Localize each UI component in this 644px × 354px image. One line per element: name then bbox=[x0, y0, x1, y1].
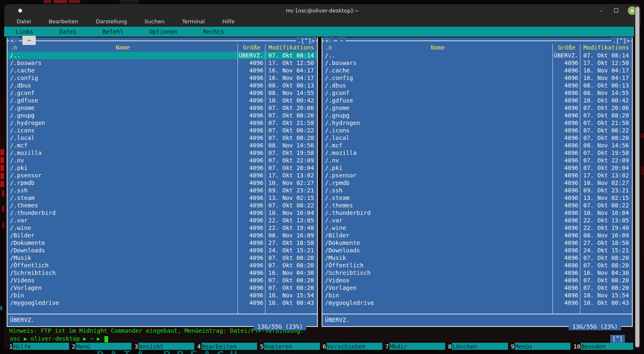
terminal-content[interactable]: LinksDateiBefehlOptionenRechts <- ~ .[^]… bbox=[4, 27, 641, 349]
mc-menu-datei[interactable]: Datei bbox=[59, 28, 77, 35]
file-row[interactable]: /mygoogledrive409610. Okt 00:43 bbox=[322, 299, 632, 307]
fnkey-menüs[interactable]: 9Menüs bbox=[511, 343, 571, 350]
file-row[interactable]: /.mozilla409607. Okt 19:58 bbox=[322, 149, 632, 157]
fnkey-menü[interactable]: 2Menü bbox=[72, 343, 132, 350]
right-panel-column-headers[interactable]: .nName Größe Modifikations bbox=[322, 44, 632, 52]
file-row[interactable]: /.hydrogen409607. Okt 21:58 bbox=[322, 119, 632, 127]
file-row[interactable]: /.var409622. Okt 13:05 bbox=[7, 217, 317, 224]
minimize-button[interactable]: – bbox=[598, 7, 604, 14]
file-row[interactable]: /.gnupg409607. Okt 08:20 bbox=[322, 112, 632, 119]
file-row[interactable]: /.rpmdb409610. Nov 02:27 bbox=[322, 179, 632, 187]
file-row[interactable]: /Downloads409624. Okt 15:21 bbox=[7, 247, 317, 254]
file-row[interactable]: /.gnupg409607. Okt 08:20 bbox=[7, 112, 317, 119]
file-row[interactable]: /Videos409607. Okt 08:20 bbox=[322, 277, 632, 284]
column-name[interactable]: Name bbox=[431, 44, 445, 51]
fnkey-bearbeiten[interactable]: 4Bearbeiten bbox=[197, 343, 257, 350]
column-mtime[interactable]: Modifikations bbox=[265, 44, 317, 52]
file-row[interactable]: /.hydrogen409607. Okt 21:58 bbox=[7, 119, 317, 127]
file-row[interactable]: /.gdfuse409610. Okt 00:42 bbox=[322, 97, 632, 104]
file-row[interactable]: /Vorlagen409607. Okt 08:20 bbox=[7, 284, 317, 292]
file-row[interactable]: /.wine409622. Okt 19:40 bbox=[322, 224, 632, 232]
file-row[interactable]: /.boswars409617. Okt 12:50 bbox=[322, 59, 632, 67]
file-row[interactable]: /.cache409616. Nov 04:17 bbox=[322, 67, 632, 74]
fnkey-löschen[interactable]: 8Löschen bbox=[448, 343, 508, 350]
panel-history-back-icon[interactable]: <- bbox=[324, 37, 334, 45]
file-row[interactable]: /Musik409607. Okt 08:20 bbox=[7, 254, 317, 262]
file-row[interactable]: /.local409607. Okt 08:20 bbox=[322, 134, 632, 142]
file-row[interactable]: /.psensor409617. Okt 13:02 bbox=[322, 172, 632, 179]
left-panel-column-headers[interactable]: .nName Größe Modifikations bbox=[7, 44, 317, 52]
file-row[interactable]: /..ÜBERVZ.07. Okt 08:14 bbox=[322, 52, 632, 59]
file-row[interactable]: /.themes409607. Okt 08:22 bbox=[322, 202, 632, 209]
file-row[interactable]: /Vorlagen409607. Okt 08:20 bbox=[322, 284, 632, 292]
left-panel-path-tab[interactable]: ~ bbox=[22, 36, 36, 45]
titlebar[interactable]: mc [osc@oliver-desktop]:~ – × bbox=[4, 4, 641, 17]
mc-menu-links[interactable]: Links bbox=[16, 28, 33, 35]
panel-corner-controls[interactable]: .[^]> bbox=[296, 37, 316, 45]
terminal-menu-suchen[interactable]: Suchen bbox=[144, 18, 164, 25]
panel-history-back-icon[interactable]: <- bbox=[9, 37, 19, 45]
right-panel-path-tab[interactable]: ~ bbox=[337, 37, 346, 45]
file-row[interactable]: /.steam409613. Nov 02:15 bbox=[7, 194, 317, 202]
file-row[interactable]: /.config409616. Nov 04:17 bbox=[322, 74, 632, 82]
mc-menu-befehl[interactable]: Befehl bbox=[102, 28, 124, 35]
fnkey-verschieben[interactable]: 6Verschieben bbox=[323, 343, 383, 350]
file-row[interactable]: /.thunderbird409610. Nov 16:04 bbox=[7, 209, 317, 217]
file-row[interactable]: /.gconf409608. Nov 14:55 bbox=[322, 89, 632, 97]
panel-toggle-indicator[interactable]: [^] bbox=[610, 335, 625, 343]
terminal-menu-hilfe[interactable]: Hilfe bbox=[222, 18, 235, 25]
mc-menu-rechts[interactable]: Rechts bbox=[203, 28, 224, 35]
command-line[interactable]: osc▶oliver-desktop▶~▶ [^] bbox=[4, 335, 634, 343]
file-row[interactable]: /.ssh409609. Okt 23:21 bbox=[7, 187, 317, 194]
file-row[interactable]: /.themes409607. Okt 08:22 bbox=[7, 202, 317, 209]
file-row[interactable]: /.icons409607. Okt 08:22 bbox=[322, 127, 632, 134]
terminal-menu-datei[interactable]: Datei bbox=[17, 18, 31, 25]
file-row[interactable]: /bin409610. Nov 15:54 bbox=[322, 292, 632, 299]
fnkey-mkdir[interactable]: 7Mkdir bbox=[385, 343, 445, 350]
file-row[interactable]: /.config409616. Nov 04:17 bbox=[7, 74, 317, 82]
file-row[interactable]: /.wine409622. Okt 19:40 bbox=[7, 224, 317, 232]
column-name[interactable]: Name bbox=[116, 44, 130, 51]
fnkey-ansicht[interactable]: 3Ansicht bbox=[134, 343, 194, 350]
file-row[interactable]: /Downloads409624. Okt 15:21 bbox=[322, 247, 632, 254]
fnkey-kopieren[interactable]: 5Kopieren bbox=[260, 343, 320, 350]
column-mtime[interactable]: Modifikations bbox=[580, 44, 632, 52]
file-row[interactable]: /mygoogledrive409610. Okt 00:43 bbox=[7, 299, 317, 307]
column-size[interactable]: Größe bbox=[238, 44, 265, 52]
file-row[interactable]: /bin409610. Nov 15:54 bbox=[7, 292, 317, 299]
file-row[interactable]: /Öffentlich409607. Okt 08:20 bbox=[322, 262, 632, 269]
file-row[interactable]: /Öffentlich409607. Okt 08:20 bbox=[7, 262, 317, 269]
file-row[interactable]: /.local409607. Okt 08:20 bbox=[7, 134, 317, 142]
file-row[interactable]: /.mozilla409607. Okt 19:58 bbox=[7, 149, 317, 157]
terminal-menu-bearbeiten[interactable]: Bearbeiten bbox=[49, 18, 78, 25]
maximize-button[interactable] bbox=[613, 7, 619, 14]
file-row[interactable]: /.thunderbird409610. Nov 16:04 bbox=[322, 209, 632, 217]
file-row[interactable]: /Bilder409608. Nov 16:09 bbox=[7, 232, 317, 239]
scrollbar[interactable] bbox=[635, 6, 640, 348]
file-row[interactable]: /.ssh409609. Okt 23:21 bbox=[322, 187, 632, 194]
file-row[interactable]: /.mcf409608. Nov 14:56 bbox=[7, 142, 317, 149]
file-row[interactable]: /.icons409607. Okt 08:22 bbox=[7, 127, 317, 134]
file-row[interactable]: /.gconf409608. Nov 14:55 bbox=[7, 89, 317, 97]
file-row[interactable]: /.pki409607. Okt 20:04 bbox=[7, 164, 317, 172]
file-row[interactable]: /.steam409613. Nov 02:15 bbox=[322, 194, 632, 202]
right-panel[interactable]: <- ~ .[^]> .nName Größe Modifikations /.… bbox=[322, 37, 633, 327]
file-row[interactable]: /Schreibtisch409616. Nov 04:30 bbox=[7, 269, 317, 277]
left-panel[interactable]: <- ~ .[^]> .nName Größe Modifikations /.… bbox=[7, 37, 318, 327]
file-row[interactable]: /.gnome409607. Okt 20:06 bbox=[322, 104, 632, 112]
file-row[interactable]: /.var409622. Okt 13:05 bbox=[322, 217, 632, 224]
file-row[interactable]: /.dbus409608. Okt 00:13 bbox=[322, 82, 632, 89]
fnkey-beenden[interactable]: 10Beenden bbox=[573, 343, 633, 350]
file-row[interactable]: /..ÜBERVZ.07. Okt 08:14 bbox=[7, 52, 317, 59]
panel-corner-controls[interactable]: .[^]> bbox=[611, 37, 631, 45]
file-row[interactable]: /.boswars409617. Okt 12:50 bbox=[7, 59, 317, 67]
file-row[interactable]: /Musik409607. Okt 08:20 bbox=[322, 254, 632, 262]
file-row[interactable]: /.gdfuse409610. Okt 00:42 bbox=[7, 97, 317, 104]
file-row[interactable]: /Schreibtisch409616. Nov 04:30 bbox=[322, 269, 632, 277]
terminal-menu-terminal[interactable]: Terminal bbox=[182, 18, 205, 25]
column-size[interactable]: Größe bbox=[553, 44, 580, 52]
file-row[interactable]: /Dokumente409627. Okt 18:58 bbox=[7, 239, 317, 247]
terminal-menu-darstellung[interactable]: Darstellung bbox=[96, 18, 127, 25]
file-row[interactable]: /.rpmdb409610. Nov 02:27 bbox=[7, 179, 317, 187]
file-row[interactable]: /.cache409616. Nov 04:17 bbox=[7, 67, 317, 74]
